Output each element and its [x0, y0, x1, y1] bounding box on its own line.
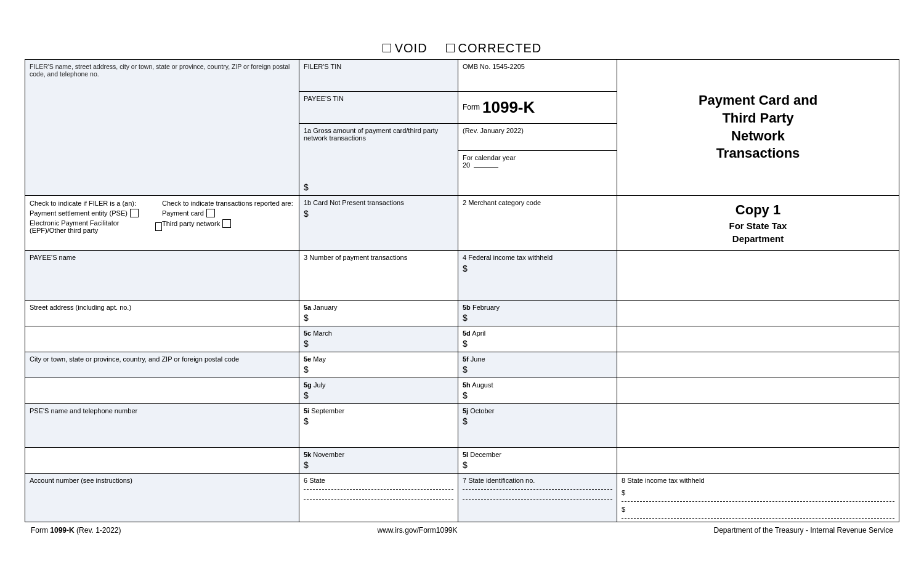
box5f-dollar: $ — [463, 365, 612, 374]
year-line: 20 — [463, 161, 612, 169]
box5b-label: 5b February — [463, 304, 612, 311]
monthly-right-filler-4 — [617, 378, 899, 403]
street-address-group: Street address (including apt. no.) — [25, 301, 299, 326]
box5g-cell: 5g July $ — [299, 378, 458, 403]
box5e-cell: 5e May $ — [299, 352, 458, 378]
box2-cell: 2 Merchant category code — [458, 196, 617, 250]
pse-cell2 — [25, 448, 299, 473]
box5b-cell: 5b February $ — [458, 301, 617, 326]
state-id-cell: 7 State identification no. — [458, 474, 617, 522]
year-blank[interactable] — [474, 167, 498, 168]
epf-checkbox[interactable] — [155, 222, 162, 231]
street-address-label: Street address (including apt. no.) — [30, 304, 131, 311]
state-id-label: 7 State identification no. — [463, 477, 535, 484]
box5h-dollar: $ — [463, 390, 612, 400]
box5j-cell: 5j October $ — [458, 404, 617, 447]
box5k-label: 5k November — [304, 451, 453, 458]
form-number: 1099-K — [482, 98, 535, 117]
copy1-title: Copy 1 — [736, 202, 780, 218]
corrected-checkbox-group: CORRECTED — [446, 41, 542, 55]
monthly-right-filler-6 — [617, 448, 899, 473]
box5l-dollar: $ — [463, 460, 612, 470]
omb-label: OMB No. 1545-2205 — [463, 63, 525, 70]
filer-name-cell: FILER'S name, street address, city or to… — [25, 60, 299, 195]
last-row: Account number (see instructions) 6 Stat… — [25, 474, 899, 522]
box5b-dollar: $ — [463, 313, 612, 323]
main-form: FILER'S name, street address, city or to… — [25, 59, 899, 522]
box5i-cell: 5i September $ — [299, 404, 458, 447]
box5l-label: 5l December — [463, 451, 612, 458]
copy1-col: Copy 1 For State Tax Department — [617, 196, 899, 250]
box1b-dollar: $ — [304, 209, 453, 219]
third-party-check-row: Third party network — [162, 219, 294, 228]
gross-amount-cell: 1a Gross amount of payment card/third pa… — [299, 124, 458, 195]
payee-name-label: PAYEE'S name — [30, 254, 76, 261]
check-right-label: Check to indicate transactions reported … — [162, 200, 294, 207]
pse-cell: PSE'S name and telephone number — [25, 404, 299, 447]
box5k-dollar: $ — [304, 460, 453, 470]
box5j-dollar: $ — [463, 416, 612, 426]
box1a-label: 1a Gross amount of payment card/third pa… — [304, 127, 438, 142]
row1: FILER'S name, street address, city or to… — [25, 60, 899, 196]
corrected-label: CORRECTED — [458, 41, 542, 55]
title-line2: Third Party — [722, 110, 793, 127]
footer-center: www.irs.gov/Form1099K — [378, 526, 458, 535]
box5d-label: 5d April — [463, 329, 612, 337]
box4-dollar: $ — [463, 264, 612, 273]
account-label: Account number (see instructions) — [30, 477, 132, 484]
box5f-label: 5f June — [463, 355, 612, 363]
box4-cell: 4 Federal income tax withheld $ — [458, 251, 617, 300]
box5d-dollar: $ — [463, 339, 612, 349]
filer-tin-label: FILER'S TIN — [304, 63, 341, 70]
monthly-row-nov-dec: 5k November $ 5l December $ — [25, 448, 899, 474]
box5e-label: 5e May — [304, 355, 453, 363]
monthly-right-filler-5 — [617, 404, 899, 447]
cal-year-cell: For calendar year 20 — [458, 151, 617, 195]
omb-col: OMB No. 1545-2205 Form 1099-K (Rev. Janu… — [458, 60, 617, 195]
form-prefix: Form — [463, 103, 480, 111]
middle-col: FILER'S TIN PAYEE'S TIN 1a Gross amount … — [299, 60, 458, 195]
copy1-subtitle2: Department — [732, 233, 784, 244]
form-number-cell: Form 1099-K — [458, 92, 617, 124]
city-label: City or town, state or province, country… — [30, 355, 239, 363]
monthly-row-mar-apr: 5c March $ 5d April $ — [25, 326, 899, 352]
state-income-cell: 8 State income tax withheld $ $ — [617, 474, 899, 522]
payment-card-checkbox[interactable] — [206, 209, 215, 217]
payee-name-cell: PAYEE'S name — [25, 251, 299, 300]
epf-check-row: Electronic Payment Facilitator (EPF)/Oth… — [30, 219, 162, 234]
title-line3: Network — [731, 127, 785, 145]
box5l-cell: 5l December $ — [458, 448, 617, 473]
box5k-cell: 5k November $ — [299, 448, 458, 473]
copy1-subtitle1: For State Tax — [729, 220, 787, 231]
monthly-row-sep-oct: PSE'S name and telephone number 5i Septe… — [25, 404, 899, 448]
box5i-label: 5i September — [304, 407, 453, 414]
monthly-row-jul-aug: 5g July $ 5h August $ — [25, 378, 899, 404]
monthly-row-jan-feb: Street address (including apt. no.) 5a J… — [25, 301, 899, 326]
check-left-label: Check to indicate if FILER is a (an): — [30, 200, 162, 207]
pse-checkbox[interactable] — [130, 209, 139, 217]
omb-cell: OMB No. 1545-2205 — [458, 60, 617, 92]
corrected-checkbox[interactable] — [446, 44, 455, 52]
void-checkbox[interactable] — [383, 44, 391, 52]
cal-year-label: For calendar year — [463, 154, 612, 161]
box5f-cell: 5f June $ — [458, 352, 617, 378]
box1b-label: 1b Card Not Present transactions — [304, 199, 404, 206]
monthly-right-filler-3 — [617, 352, 899, 378]
state-income-dollar2: $ — [622, 506, 894, 513]
title-line4: Transactions — [716, 145, 800, 163]
box5g-label: 5g July — [304, 381, 453, 389]
check-left: Check to indicate if FILER is a (an): Pa… — [30, 200, 162, 234]
payment-card-label: Payment card — [162, 209, 204, 217]
state-income-dashed2 — [622, 518, 894, 519]
state-income-dollar1: $ — [622, 489, 894, 496]
cal-year-value: 20 — [463, 161, 470, 169]
state-dashed2 — [304, 499, 453, 500]
box1b-cell: 1b Card Not Present transactions $ — [299, 196, 458, 250]
third-party-checkbox[interactable] — [222, 219, 231, 228]
void-checkbox-group: VOID — [383, 41, 428, 55]
state-id-dashed2 — [463, 499, 612, 500]
account-cell: Account number (see instructions) — [25, 474, 299, 522]
filer-name-label: FILER'S name, street address, city or to… — [30, 63, 290, 78]
box4-label: 4 Federal income tax withheld — [463, 254, 553, 261]
box5h-cell: 5h August $ — [458, 378, 617, 403]
